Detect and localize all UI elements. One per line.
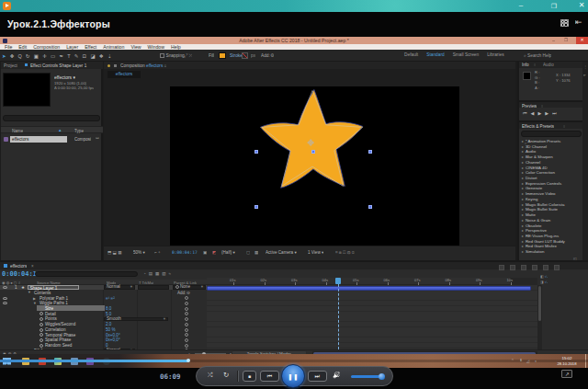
timeline-graph-area[interactable] [207,285,537,349]
twirl-icon[interactable]: ▸ [522,213,524,217]
twirl-icon[interactable]: ▸ [522,166,524,170]
ruler-icon[interactable]: ⌐ ⌖ [154,250,161,255]
play-pause-button[interactable]: ❚❚ [281,364,305,388]
shape-tool[interactable]: ▭ [51,53,55,59]
visibility-eye-icon[interactable] [3,302,7,304]
project-comp-name[interactable]: effectors ▾ [54,74,75,80]
fill-label[interactable]: Fill [209,53,214,58]
volume-slider[interactable] [351,375,384,378]
snapping-checkbox[interactable]: Snapping [160,53,185,58]
pen-tool[interactable]: ✒ [59,53,63,59]
player-minimize-button[interactable]: – [514,0,527,12]
viewer-lock-icon[interactable] [107,64,110,67]
pan-behind-tool[interactable]: ✛ [42,53,47,59]
project-col-type[interactable]: Type [74,129,84,133]
stroke-label[interactable]: Stroke [230,53,243,58]
pick-whip-icon[interactable] [185,312,188,315]
menu-effect[interactable]: Effect [85,44,96,50]
player-maximize-button[interactable]: ❐ [548,0,560,12]
brush-tool[interactable]: ✎ [74,53,79,59]
twirl-icon[interactable]: ▸ [522,235,524,238]
menu-view[interactable]: View [130,44,141,50]
orbit-camera-tool[interactable]: ↻ [26,53,30,59]
timeline-header-icon[interactable] [532,265,537,270]
selection-handle[interactable] [368,205,372,209]
view-select[interactable]: 1 View ▾ [308,250,323,255]
layer-parent-select[interactable]: None▾ [173,285,206,290]
time-ruler[interactable]: 01s02s03s04s05s06s07s08s09s10s [207,278,537,285]
star-shape[interactable] [253,84,372,203]
playhead-marker[interactable] [335,278,341,284]
ae-close-button[interactable]: ✕ [576,37,588,44]
workspace-libraries[interactable]: Libraries [487,52,503,57]
seek-thumb[interactable] [187,359,190,362]
tab-preview[interactable]: Preview [522,104,537,109]
viewer-tab-effectors[interactable]: effectors [107,71,141,78]
ae-restore-button[interactable]: ❐ [564,38,568,42]
layer-mode-select[interactable]: Normal▾ [104,285,135,290]
zoom-tool[interactable]: Q [18,53,22,59]
menu-composition[interactable]: Composition [33,44,60,50]
shuffle-button[interactable]: ⤮ [208,372,213,379]
menu-file[interactable]: File [5,44,12,50]
transparency-grid-icon[interactable]: ▦ [254,250,258,255]
zoom-select[interactable]: 50% ▾ [133,250,145,255]
stopwatch-icon[interactable] [40,338,43,342]
comp-viewer[interactable]: effectors [104,69,515,246]
menu-animation[interactable]: Animation [103,44,124,50]
twirl-icon[interactable]: ▸ [522,203,524,207]
timeline-header-icon[interactable] [554,265,560,270]
stroke-swatch[interactable] [242,52,248,59]
selection-handle[interactable] [311,150,315,154]
preview-step-back-button[interactable]: ◀ [531,110,535,117]
playlist-icon[interactable] [560,19,569,27]
twirl-icon[interactable]: ▸ [522,171,524,175]
track-camera-tool[interactable]: ▣ [34,53,39,59]
twirl-icon[interactable]: ▼ [33,302,37,305]
pick-whip-icon[interactable] [185,302,188,305]
layer-trkmat-select[interactable] [138,285,169,290]
camera-select[interactable]: Active Camera ▾ [266,250,297,255]
selection-handle[interactable] [368,150,372,154]
twirl-icon[interactable]: ▸ [522,245,524,248]
timeline-search-input[interactable]: ⌕ [35,271,138,278]
effects-search-input[interactable]: ⌕ [521,131,582,137]
timeline-header-icon[interactable] [521,265,526,270]
seek-bar[interactable] [0,360,588,362]
workspace-shortcut-icons[interactable]: ⤢ ⤫ [184,52,192,59]
pick-whip-icon[interactable] [185,344,188,348]
menu-edit[interactable]: Edit [18,44,27,50]
layer-name[interactable]: Shape Layer 1 [28,285,79,290]
twirl-icon[interactable]: ▸ [522,182,524,186]
tray-clock-date[interactable]: 28.10.2018 [551,361,582,366]
twirl-icon[interactable]: ▸ [522,250,524,254]
project-search-input[interactable]: ⌕ [3,115,100,121]
timeline-header-icon[interactable] [510,265,515,270]
resolution-select[interactable]: (Half) ▾ [221,250,235,255]
player-close-button[interactable]: ✕ [575,0,588,12]
timeline-header-icon[interactable] [499,265,504,270]
effects-category[interactable]: ▸Simulation [519,249,582,255]
selection-handle[interactable] [254,205,258,209]
tab-audio[interactable]: Audio [543,63,554,67]
roi-icon[interactable]: ▢ [246,250,250,255]
preview-step-forward-button[interactable]: ▶ [545,110,548,117]
stop-button[interactable]: ■ [243,371,256,382]
view-option-icons[interactable]: ⌗ ⊞ ◫ ⚙ ⊕ [335,250,355,255]
preview-skip-to-start-button[interactable]: ⏮ [523,110,527,117]
clone-stamp-tool[interactable]: ⊡ [83,53,87,59]
add-shape-gear-icon[interactable]: ⚙ [187,291,190,295]
puppet-pin-tool[interactable]: ⇣ [107,53,112,59]
pick-whip-icon[interactable] [185,333,188,337]
fullscreen-button[interactable]: ↗ [561,370,572,378]
selection-handle[interactable] [254,150,258,154]
property-dropdown[interactable]: Smooth▾ [104,317,168,322]
workspace-default[interactable]: Default [404,52,418,57]
twirl-icon[interactable]: ▸ [522,150,524,154]
tab-composition[interactable]: Composition effectors ≡ [120,63,166,68]
pick-whip-icon[interactable] [185,307,188,311]
twirl-icon[interactable]: ▸ [522,155,524,159]
timeline-vscrollbar[interactable] [537,285,542,349]
tab-effects-presets[interactable]: Effects & Presets [522,124,554,129]
tab-effect-controls[interactable]: Effect Controls Shape Layer 1 [30,63,99,68]
